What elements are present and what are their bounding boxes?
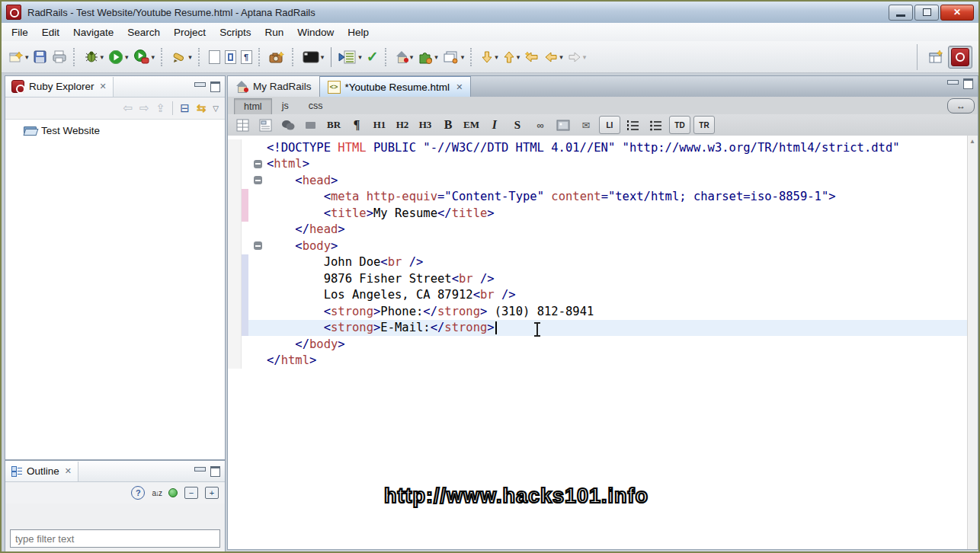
insert-strike-button[interactable]: S [508,117,527,133]
snapshot-button[interactable] [267,47,288,67]
code-line[interactable]: <html> [228,156,968,173]
close-view-icon[interactable]: ✕ [65,466,72,476]
tree-item-test-website[interactable]: Test Website [5,120,225,136]
menu-file[interactable]: File [5,24,35,40]
insert-email-button[interactable]: ✉ [576,117,596,133]
fold-minus-icon[interactable] [254,160,262,168]
next-annotation-button[interactable]: ▾ [479,47,501,67]
close-view-icon[interactable]: ✕ [100,82,107,91]
forward-button[interactable]: ▾ [565,47,589,67]
close-tab-icon[interactable]: ✕ [456,82,463,92]
print-button[interactable] [50,47,69,67]
chevron-down-icon[interactable]: ▾ [125,53,129,61]
filter-input[interactable] [10,529,220,548]
close-button[interactable]: ✕ [940,5,974,21]
insert-br-button[interactable]: BR [324,117,344,133]
collapse-all-icon[interactable]: ⊟ [180,101,190,115]
insert-div-button[interactable] [278,117,298,133]
link-with-editor-icon[interactable]: ⇆ [197,101,207,115]
sort-icon[interactable]: a↓z [152,489,162,497]
maximize-editor-button[interactable] [963,78,973,89]
chevron-down-icon[interactable]: ▾ [517,53,520,61]
maximize-view-button[interactable] [210,82,220,92]
chevron-down-icon[interactable]: ▾ [358,53,362,61]
last-edit-location-button[interactable] [522,47,542,67]
tab-my-radrails[interactable]: My RadRails [228,76,320,97]
menu-navigate[interactable]: Navigate [66,24,120,40]
code-line[interactable]: <meta http-equiv="Content-Type" content=… [228,189,968,206]
menu-project[interactable]: Project [167,24,213,40]
subtab-js[interactable]: js [272,97,299,114]
external-tools-button[interactable]: ▾ [169,47,194,67]
code-line[interactable]: <head> [228,172,968,189]
insert-ordered-list-button[interactable] [623,117,643,133]
validate-button[interactable]: ✓ [364,47,381,67]
chevron-down-icon[interactable]: ▾ [559,53,563,61]
run-server-button[interactable]: ▾ [131,47,158,67]
scroll-up-icon[interactable]: ▲ [969,138,975,145]
minimize-editor-button[interactable] [947,80,959,85]
tab-youtube-resume[interactable]: <> *Youtube Resume.html ✕ [320,76,472,97]
insert-image-button[interactable] [553,117,573,133]
menu-scripts[interactable]: Scripts [213,24,258,40]
collapse-icon[interactable]: − [184,487,198,499]
chevron-down-icon[interactable]: ▾ [410,53,414,61]
insert-paragraph-button[interactable]: ¶ [347,117,367,133]
chevron-down-icon[interactable]: ▾ [495,53,498,61]
insert-table-button[interactable] [232,117,252,133]
chevron-down-icon[interactable]: ▾ [25,53,29,61]
title-bar[interactable]: RadRails - Test Website/Youtube Resume.h… [2,2,978,24]
console-button[interactable]: ▾ [300,47,327,67]
tab-outline[interactable]: Outline ✕ [5,462,78,481]
code-line[interactable]: <body> [228,238,968,254]
forward-icon[interactable]: ⇨ [139,101,149,115]
new-page-button[interactable] [207,47,223,67]
code-editor[interactable]: <!DOCTYPE HTML PUBLIC "-//W3C//DTD HTML … [228,136,978,549]
restore-button[interactable] [914,5,939,21]
insert-h3-button[interactable]: H3 [415,117,435,133]
insert-form-button[interactable] [255,117,275,133]
debug-button[interactable]: ▾ [82,47,107,67]
subtab-html[interactable]: html [234,98,272,114]
overview-ruler[interactable]: ▲ [967,136,978,549]
code-line[interactable]: 9876 Fisher Street<br /> [228,270,968,287]
insert-tr-button[interactable]: TR [693,116,715,134]
insert-italic-button[interactable]: I [485,117,504,133]
insert-link-button[interactable]: ∞ [530,117,550,133]
radrails-home-button[interactable]: ▾ [393,47,416,67]
back-button[interactable]: ▾ [542,47,565,67]
insert-h2-button[interactable]: H2 [392,117,412,133]
fold-minus-icon[interactable] [254,176,262,184]
chevron-down-icon[interactable]: ▾ [152,53,155,61]
code-line[interactable]: <strong>Phone:</strong> (310) 812-8941 [228,303,968,320]
run-button[interactable]: ▾ [106,47,131,67]
new-wizard-button[interactable]: ▾ [6,47,31,67]
code-line[interactable]: <title>My Resume</title> [228,205,968,222]
insert-em-button[interactable]: EM [461,117,482,133]
code-line[interactable]: John Doe<br /> [228,254,968,271]
chevron-down-icon[interactable]: ▾ [188,53,192,61]
expand-icon[interactable]: + [205,487,219,499]
subtab-css[interactable]: css [299,97,333,114]
run-history-button[interactable]: ▾ [336,47,364,67]
menu-run[interactable]: Run [258,24,290,40]
minimize-view-button[interactable] [194,82,206,87]
menu-edit[interactable]: Edit [35,24,66,40]
plugins-button[interactable]: ▾ [415,47,440,67]
menu-search[interactable]: Search [120,24,167,40]
insert-li-button[interactable]: LI [599,116,620,134]
back-icon[interactable]: ⇦ [123,101,133,115]
insert-h1-button[interactable]: H1 [370,117,389,133]
chevron-down-icon[interactable]: ▾ [461,53,465,61]
open-perspective-button[interactable] [925,46,948,68]
insert-td-button[interactable]: TD [669,116,690,134]
page-layout-button[interactable] [223,47,239,67]
chevron-down-icon[interactable]: ▾ [434,53,438,61]
menu-help[interactable]: Help [341,24,376,40]
chevron-down-icon[interactable]: ▾ [321,53,325,61]
code-line[interactable]: </body> [228,336,968,353]
maximize-view-button[interactable] [210,466,220,477]
chevron-down-icon[interactable]: ▾ [101,53,104,61]
code-line[interactable]: </head> [228,222,968,238]
menu-window[interactable]: Window [290,24,341,40]
